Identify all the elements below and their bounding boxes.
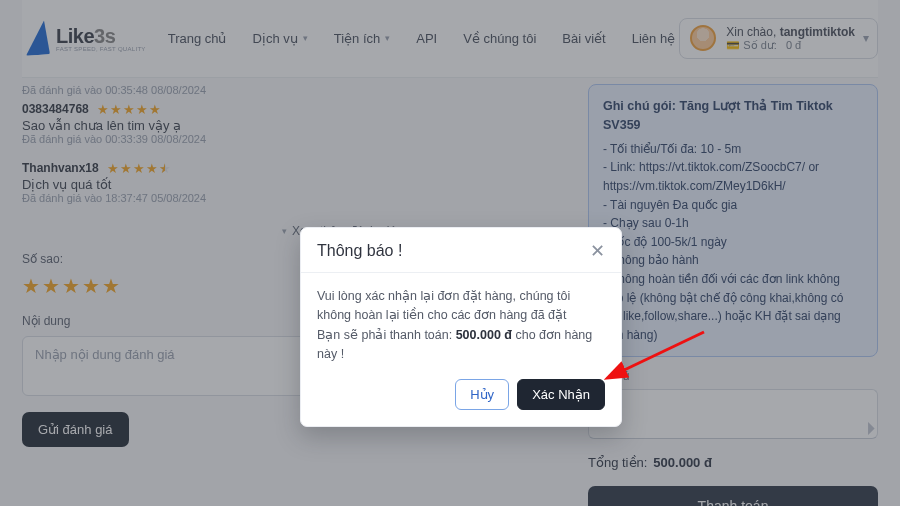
close-icon[interactable]: ✕ <box>590 242 605 260</box>
cancel-button[interactable]: Hủy <box>455 379 509 410</box>
confirm-button[interactable]: Xác Nhận <box>517 379 605 410</box>
confirm-modal: Thông báo ! ✕ Vui lòng xác nhận lại đơn … <box>300 227 622 427</box>
modal-text: Vui lòng xác nhận lại đơn đặt hàng, chún… <box>317 287 605 326</box>
modal-title: Thông báo ! <box>317 242 402 260</box>
modal-text: Bạn sẽ phải thanh toán: 500.000 đ cho đơ… <box>317 326 605 365</box>
